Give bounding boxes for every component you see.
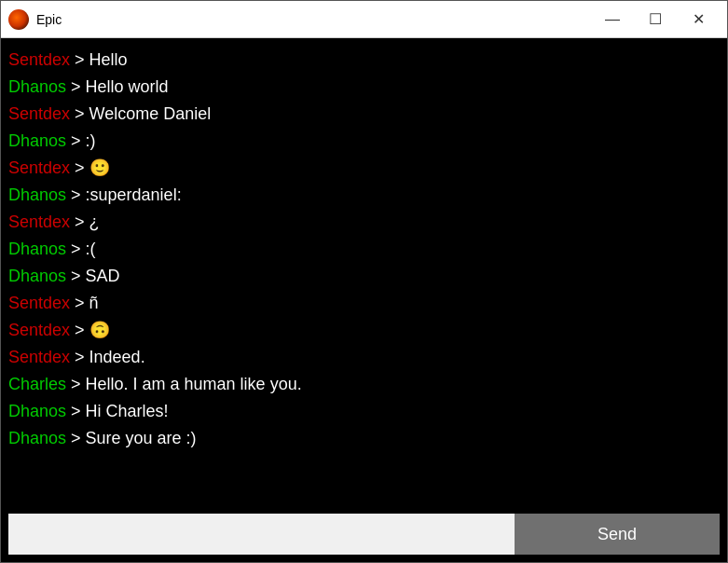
- minimize-button[interactable]: —: [591, 5, 634, 34]
- message-username: Sentdex: [8, 158, 70, 177]
- message-username: Sentdex: [8, 321, 70, 339]
- message-line: Dhanos > :superdaniel:: [8, 183, 720, 208]
- message-username: Sentdex: [8, 348, 70, 366]
- message-text: > Hello world: [66, 77, 169, 96]
- message-username: Dhanos: [8, 77, 66, 96]
- message-text: > Sure you are :): [66, 429, 197, 447]
- message-line: Dhanos > Hi Charles!: [8, 399, 720, 424]
- message-username: Sentdex: [8, 104, 70, 123]
- message-text: > :superdaniel:: [66, 185, 182, 204]
- message-line: Sentdex > Hello: [8, 48, 720, 73]
- message-text: > 🙂: [70, 158, 110, 177]
- message-input[interactable]: [8, 514, 515, 555]
- message-username: Sentdex: [8, 50, 70, 69]
- message-line: Dhanos > :): [8, 129, 720, 154]
- message-line: Sentdex > ¿: [8, 210, 720, 235]
- message-line: Dhanos > :(: [8, 237, 720, 262]
- message-text: > Hello: [70, 50, 128, 69]
- message-username: Dhanos: [8, 267, 66, 285]
- message-username: Dhanos: [8, 185, 66, 204]
- send-button[interactable]: Send: [515, 514, 720, 555]
- message-username: Sentdex: [8, 294, 70, 312]
- message-text: > Hello. I am a human like you.: [66, 375, 302, 393]
- message-line: Dhanos > Hello world: [8, 75, 720, 100]
- message-line: Sentdex > Indeed.: [8, 345, 720, 370]
- input-bar: Send: [1, 506, 727, 562]
- message-text: > SAD: [66, 267, 120, 285]
- window-title: Epic: [36, 12, 62, 27]
- chat-area: Sentdex > HelloDhanos > Hello worldSentd…: [1, 38, 727, 506]
- message-line: Sentdex > 🙂: [8, 156, 720, 181]
- close-button[interactable]: ✕: [677, 5, 720, 34]
- message-username: Charles: [8, 375, 66, 393]
- app-icon: [8, 9, 29, 30]
- message-username: Dhanos: [8, 131, 66, 150]
- message-line: Dhanos > SAD: [8, 264, 720, 289]
- message-text: > Hi Charles!: [66, 402, 169, 420]
- message-text: > Welcome Daniel: [70, 104, 211, 123]
- title-bar: Epic — ☐ ✕: [1, 1, 727, 38]
- message-text: > Indeed.: [70, 348, 145, 366]
- message-username: Dhanos: [8, 429, 66, 447]
- app-window: Epic — ☐ ✕ Sentdex > HelloDhanos > Hello…: [0, 0, 728, 563]
- message-text: > :): [66, 131, 96, 150]
- message-username: Dhanos: [8, 240, 66, 258]
- message-username: Dhanos: [8, 402, 66, 420]
- message-text: > 🙃: [70, 321, 110, 339]
- message-line: Sentdex > 🙃: [8, 318, 720, 343]
- message-text: > ¿: [70, 213, 100, 231]
- message-text: > :(: [66, 240, 96, 258]
- message-line: Sentdex > Welcome Daniel: [8, 102, 720, 127]
- message-text: > ñ: [70, 294, 99, 312]
- message-line: Charles > Hello. I am a human like you.: [8, 372, 720, 397]
- title-bar-left: Epic: [8, 9, 62, 30]
- message-username: Sentdex: [8, 213, 70, 231]
- maximize-button[interactable]: ☐: [634, 5, 677, 34]
- message-line: Sentdex > ñ: [8, 291, 720, 316]
- title-bar-controls: — ☐ ✕: [591, 5, 720, 34]
- message-line: Dhanos > Sure you are :): [8, 426, 720, 451]
